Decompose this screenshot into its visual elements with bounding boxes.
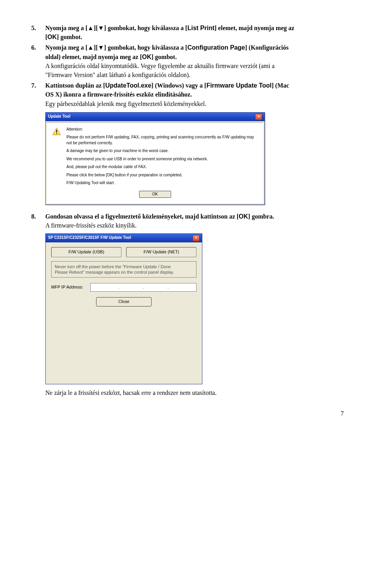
update-tool-dialog: Update Tool × Attention: Please do not p… <box>45 112 265 205</box>
dialog-body: Attention: Please do not perform F/W upd… <box>47 122 263 204</box>
arrow-down-icon: ▼ <box>98 44 104 51</box>
dialog-titlebar: Update Tool × <box>46 113 264 121</box>
message: We recommend you to use USB in order to … <box>66 156 258 162</box>
notice-line: Never turn off the power before the "Fir… <box>55 264 193 269</box>
fw-update-usb-button[interactable]: F/W Update (USB) <box>51 247 121 257</box>
warning-notice: Never turn off the power before the "Fir… <box>51 261 196 278</box>
message: And, please pull out the modular cable o… <box>66 164 258 170</box>
ip-dot: . <box>118 284 119 290</box>
step-8: 8. Gondosan olvassa el a figyelmeztető k… <box>31 212 344 230</box>
paragraph: Egy párbeszédablak jelenik meg figyelmez… <box>45 99 344 108</box>
text: Nyomja meg a [ <box>45 25 88 31</box>
ui-label: OK <box>239 213 248 220</box>
text: oldal) elemet, majd nyomja meg az [ <box>45 54 142 60</box>
text: ] gombokat, hogy kiválassza a [ <box>104 44 187 51</box>
text: ] (Mac <box>271 82 289 89</box>
step-number: 7. <box>31 81 45 108</box>
text: ] gombot. <box>57 34 82 40</box>
step-body: Kattintson duplán az [UpdateTool.exe] (W… <box>45 81 344 108</box>
close-button[interactable]: Close <box>96 297 152 307</box>
step-body: Gondosan olvassa el a figyelmeztető közl… <box>45 212 344 230</box>
text: ] (Konfigurációs <box>245 44 289 51</box>
arrow-up-icon: ▲ <box>88 25 94 31</box>
paragraph: A konfigurációs oldal kinyomtatódik. Veg… <box>45 61 344 70</box>
ui-label: OK <box>142 54 152 60</box>
step-body: Nyomja meg a [▲][▼] gombokat, hogy kivál… <box>45 23 344 41</box>
arrow-down-icon: ▼ <box>98 25 104 31</box>
ip-label: MFP IP Address: <box>51 284 83 290</box>
dialog-body: F/W Update (USB) F/W Update (NET) Never … <box>46 242 202 384</box>
text: ] gombra. <box>248 213 274 220</box>
svg-rect-1 <box>56 130 57 133</box>
step-5: 5. Nyomja meg a [▲][▼] gombokat, hogy ki… <box>31 23 344 41</box>
step-number: 6. <box>31 43 45 79</box>
ui-label: OK <box>47 34 57 40</box>
ip-address-input[interactable]: . . . <box>90 283 196 292</box>
step-number: 5. <box>31 23 45 41</box>
text: OS X) ikonra a firmware-frissítés eszköz… <box>45 91 192 98</box>
paragraph: A firmware-frissítés eszköz kinyílik. <box>45 221 344 230</box>
step-6: 6. Nyomja meg a [▲][▼] gombokat, hogy ki… <box>31 43 344 79</box>
footer-note: Ne zárja le a frissítési eszközt, hacsak… <box>45 388 344 397</box>
ui-label: UpdateTool.exe <box>105 82 151 89</box>
ui-label: Configuration Page <box>188 44 245 51</box>
ui-label: Firmware Update Tool <box>206 82 271 89</box>
ui-label: List Print <box>188 25 214 31</box>
paragraph: "Firmware Version" alatt látható a konfi… <box>45 70 344 79</box>
ip-dot: . <box>168 284 169 290</box>
dialog-messages: Attention: Please do not perform F/W upd… <box>66 127 258 188</box>
text: ] elemet, majd nyomja meg az <box>214 25 294 31</box>
attention-label: Attention: <box>66 127 258 133</box>
text: ] (Windows) vagy a [ <box>151 82 206 89</box>
close-icon[interactable]: × <box>193 235 200 241</box>
fw-update-net-button[interactable]: F/W Update (NET) <box>126 247 196 257</box>
text: ] gombokat, hogy kiválassza a [ <box>104 25 187 31</box>
page-number: 7 <box>31 409 344 418</box>
svg-rect-2 <box>56 133 57 134</box>
notice-line: Please Reboot" message appears on the co… <box>55 269 193 275</box>
ok-button[interactable]: OK <box>139 191 171 198</box>
blank-area <box>51 307 196 373</box>
dialog-title: Update Tool <box>48 114 70 120</box>
text: Nyomja meg a [ <box>45 44 88 51</box>
message: F/W Updating Tool will start. <box>66 180 258 186</box>
step-number: 8. <box>31 212 45 230</box>
dialog-title: SP C231SF/C232SF/C301SF F/W Update Tool <box>48 235 131 241</box>
message: A damage may be given to your machine in… <box>66 148 258 154</box>
close-icon[interactable]: × <box>255 114 262 120</box>
ip-dot: . <box>143 284 144 290</box>
dialog-titlebar: SP C231SF/C232SF/C301SF F/W Update Tool … <box>46 234 202 242</box>
message: Please click the below [OK] button if yo… <box>66 172 258 178</box>
text: Kattintson duplán az [ <box>45 82 105 89</box>
text: Gondosan olvassa el a figyelmeztető közl… <box>45 213 239 220</box>
step-7: 7. Kattintson duplán az [UpdateTool.exe]… <box>31 81 344 108</box>
warning-icon <box>52 127 61 135</box>
fw-update-tool-dialog: SP C231SF/C232SF/C301SF F/W Update Tool … <box>45 233 202 384</box>
arrow-up-icon: ▲ <box>88 44 94 51</box>
text: ][ <box>94 44 98 51</box>
step-body: Nyomja meg a [▲][▼] gombokat, hogy kivál… <box>45 43 344 79</box>
message: Please do not perform F/W updating, FAX,… <box>66 134 258 146</box>
text: ] gombot. <box>152 54 177 60</box>
text: ][ <box>94 25 98 31</box>
